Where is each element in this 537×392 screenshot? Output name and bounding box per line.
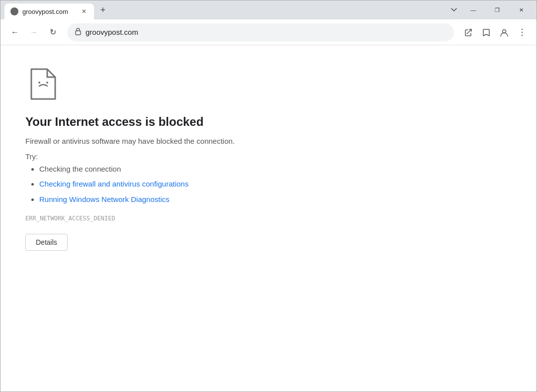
address-bar[interactable] [67, 23, 454, 41]
svg-point-4 [522, 31, 523, 32]
active-tab[interactable]: groovypost.com ✕ [4, 3, 94, 19]
error-code: ERR_NETWORK_ACCESS_DENIED [25, 215, 512, 222]
svg-point-6 [38, 82, 40, 84]
back-button[interactable]: ← [6, 24, 23, 41]
titlebar: groovypost.com ✕ + — ❐ ✕ [0, 0, 537, 19]
svg-point-5 [522, 34, 523, 35]
diagnostics-link[interactable]: Running Windows Network Diagnostics [39, 195, 170, 203]
share-button[interactable] [460, 24, 477, 41]
error-title: Your Internet access is blocked [25, 115, 512, 129]
new-tab-button[interactable]: + [96, 3, 110, 17]
error-subtitle: Firewall or antivirus software may have … [25, 136, 512, 147]
svg-point-7 [46, 82, 48, 84]
list-item: Checking firewall and antivirus configur… [39, 179, 512, 190]
tab-area: groovypost.com ✕ + [4, 0, 443, 19]
minimize-button[interactable]: — [462, 2, 485, 18]
list-item: Checking the connection [39, 164, 512, 175]
svg-rect-1 [76, 31, 81, 35]
bookmark-button[interactable] [478, 24, 495, 41]
details-button[interactable]: Details [25, 234, 68, 251]
list-item: Running Windows Network Diagnostics [39, 194, 512, 205]
close-button[interactable]: ✕ [510, 2, 533, 18]
svg-point-3 [522, 28, 523, 29]
page-content: Your Internet access is blocked Firewall… [0, 45, 537, 392]
forward-button[interactable]: → [25, 24, 42, 41]
maximize-button[interactable]: ❐ [486, 2, 509, 18]
suggestions-list: Checking the connection Checking firewal… [25, 164, 512, 205]
reload-button[interactable]: ↻ [44, 24, 61, 41]
address-input[interactable] [86, 28, 447, 36]
firewall-link[interactable]: Checking firewall and antivirus configur… [39, 180, 188, 188]
window-controls: — ❐ ✕ [447, 2, 533, 18]
toolbar-actions [460, 24, 531, 41]
chevron-icon[interactable] [447, 3, 461, 17]
menu-button[interactable] [514, 24, 531, 41]
tab-close-button[interactable]: ✕ [80, 7, 88, 15]
try-label: Try: [25, 152, 512, 161]
browser-toolbar: ← → ↻ [0, 19, 537, 45]
tab-title: groovypost.com [22, 8, 76, 15]
suggestion-text: Checking the connection [39, 165, 121, 173]
profile-button[interactable] [496, 24, 513, 41]
security-icon [75, 27, 82, 37]
error-icon [25, 65, 61, 101]
tab-favicon [10, 7, 18, 15]
browser-window: groovypost.com ✕ + — ❐ ✕ ← → ↻ [0, 0, 537, 392]
